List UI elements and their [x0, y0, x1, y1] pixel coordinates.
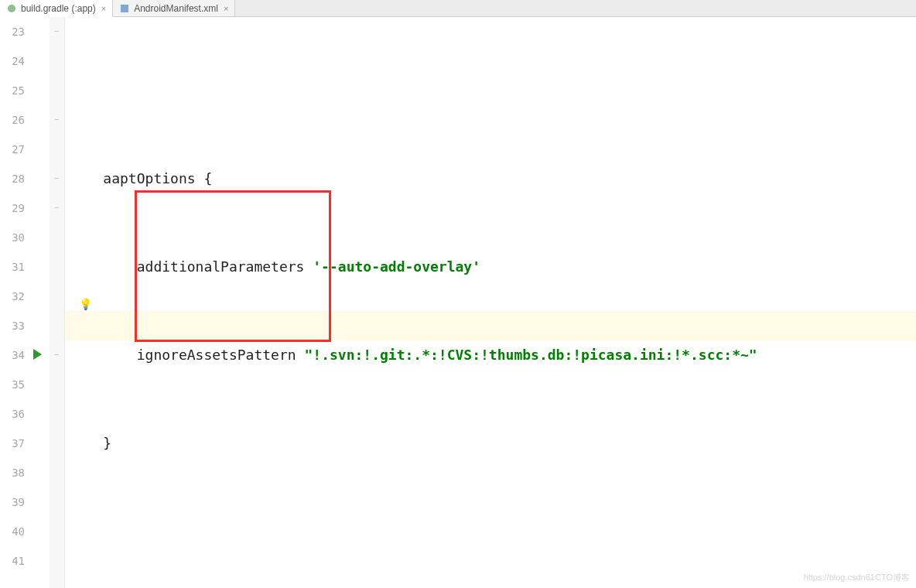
- fold-toggle-icon[interactable]: −: [51, 350, 62, 361]
- fold-toggle-icon[interactable]: −: [51, 203, 62, 214]
- tab-label: AndroidManifest.xml: [134, 3, 218, 14]
- line-number: 34: [0, 340, 25, 370]
- code-line[interactable]: ignoreAssetsPattern "!.svn:!.git:.*:!CVS…: [70, 340, 916, 370]
- line-number: 35: [0, 370, 25, 399]
- line-number: 40: [0, 517, 25, 546]
- line-number: 29: [0, 193, 25, 223]
- line-number: 33: [0, 311, 25, 340]
- code-line[interactable]: aaptOptions {: [70, 164, 916, 193]
- code-line[interactable]: }: [70, 429, 916, 458]
- line-number: 23: [0, 17, 25, 46]
- line-number: 38: [0, 458, 25, 487]
- line-number: 30: [0, 223, 25, 252]
- xml-file-icon: [119, 3, 130, 14]
- line-number: 41: [0, 546, 25, 576]
- fold-toggle-icon[interactable]: −: [51, 173, 62, 184]
- fold-toggle-icon[interactable]: −: [51, 115, 62, 125]
- tab-build-gradle[interactable]: build.gradle (:app) ×: [0, 0, 113, 17]
- fold-gutter: − − − − −: [50, 17, 65, 588]
- line-number: 37: [0, 429, 25, 458]
- intention-bulb-icon[interactable]: 💡: [79, 289, 92, 319]
- close-icon[interactable]: ×: [100, 4, 106, 13]
- line-number: 36: [0, 399, 25, 429]
- code-area[interactable]: aaptOptions { additionalParameters '--au…: [65, 17, 916, 588]
- line-number: 27: [0, 135, 25, 164]
- editor-tabbar: build.gradle (:app) × AndroidManifest.xm…: [0, 0, 916, 17]
- line-number-gutter: 23 24 25 26 27 28 29 30 31 32 33 34 35 3…: [0, 17, 29, 588]
- current-line-highlight: [65, 311, 916, 340]
- run-line-icon[interactable]: [33, 349, 42, 360]
- code-editor[interactable]: 23 24 25 26 27 28 29 30 31 32 33 34 35 3…: [0, 17, 916, 588]
- fold-toggle-icon[interactable]: −: [51, 26, 62, 37]
- tab-android-manifest[interactable]: AndroidManifest.xml ×: [113, 0, 235, 16]
- close-icon[interactable]: ×: [222, 4, 228, 13]
- watermark: https://blog.csdn61CTO博客: [804, 572, 910, 583]
- line-number: 31: [0, 252, 25, 282]
- line-number: 28: [0, 164, 25, 193]
- line-number: 25: [0, 76, 25, 105]
- line-number: 26: [0, 105, 25, 135]
- gradle-file-icon: [6, 3, 17, 14]
- code-line[interactable]: additionalParameters '--auto-add-overlay…: [70, 252, 916, 282]
- run-gutter: [29, 17, 50, 588]
- svg-rect-1: [121, 5, 128, 12]
- svg-point-0: [8, 5, 15, 12]
- tab-label: build.gradle (:app): [21, 3, 96, 14]
- line-number: 39: [0, 487, 25, 517]
- code-line[interactable]: [70, 517, 916, 546]
- line-number: 24: [0, 46, 25, 76]
- line-number: 32: [0, 282, 25, 311]
